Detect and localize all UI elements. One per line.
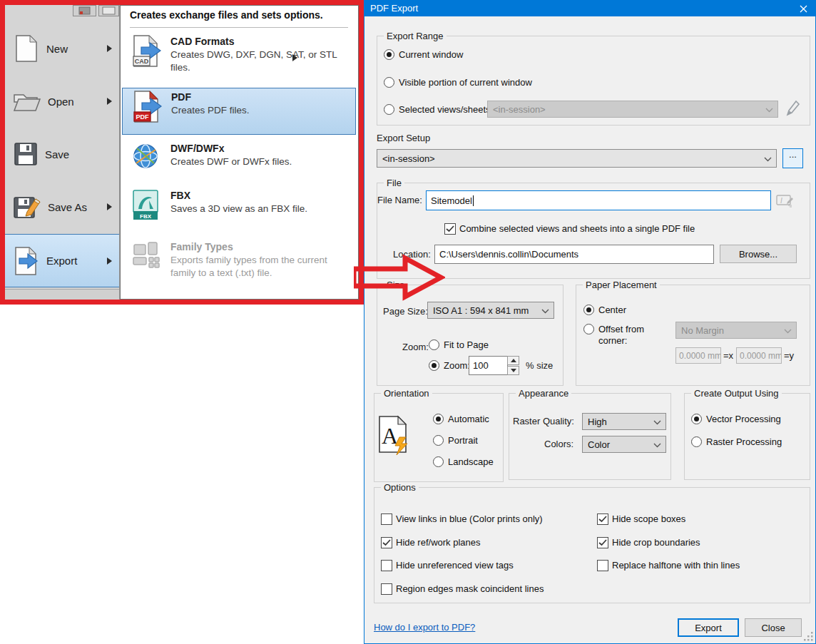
checkbox-icon [597,560,608,571]
menu-item-export[interactable]: Export [5,234,119,287]
submenu-item-title: CAD Formats [170,36,342,47]
submenu-item-pdf[interactable]: PDF PDF Creates PDF files. [122,88,356,135]
menu-item-open[interactable]: Open [5,76,119,127]
radio-icon [429,360,439,371]
resize-grip-icon[interactable] [804,632,813,641]
svg-text:CAD: CAD [135,58,149,65]
dialog-body: Export Range Current window Visible port… [364,16,815,643]
submenu-item-title: FBX [170,190,342,201]
pdf-export-dialog: PDF Export Export Range Current window V… [364,0,816,644]
toolbar-button-partial-1[interactable] [73,5,96,16]
family-types-icon [122,238,170,284]
radio-raster-processing[interactable]: Raster Processing [691,436,782,448]
checkbox-hide-unreferenced-view-tags[interactable]: Hide unreferenced view tags [381,560,514,571]
colors-dropdown[interactable]: Color [582,436,666,453]
menu-item-label: Open [48,96,74,108]
submenu-item-fbx[interactable]: FBX FBX Saves a 3D view as an FBX file. [122,187,356,228]
radio-icon [384,49,394,60]
radio-center[interactable]: Center [583,305,626,316]
radio-automatic[interactable]: Automatic [433,414,489,425]
checkbox-hide-scope-boxes[interactable]: Hide scope boxes [597,513,685,525]
checkbox-icon [597,537,608,548]
radio-icon [429,339,439,350]
export-setup-more-button[interactable]: ... [782,148,803,168]
views-sheets-dropdown: <in-session> [487,101,778,118]
create-output-label: Create Output Using [691,388,782,399]
export-button[interactable]: Export [678,618,739,637]
page-size-label: Page Size: [383,306,428,317]
submenu-item-cad-formats[interactable]: CAD CAD Formats Creates DWG, DXF, DGN, S… [122,33,356,84]
checkbox-hide-crop-boundaries[interactable]: Hide crop boundaries [597,537,700,548]
toolbar-button-partial-2[interactable] [98,5,119,16]
submenu-item-desc: Exports family types from the current fa… [170,254,342,280]
submenu-item-desc: Saves a 3D view as an FBX file. [170,203,342,215]
offset-x-input: 0.0000 mm [675,347,721,364]
radio-selected-views[interactable]: Selected views/sheets [384,104,491,116]
radio-icon [583,324,594,334]
radio-icon [691,414,702,424]
checkbox-icon [597,513,608,525]
location-input[interactable]: C:\Users\dennis.collin\Documents [434,245,714,264]
radio-current-window[interactable]: Current window [384,49,463,61]
file-name-input[interactable]: Sitemodel [426,190,771,210]
submenu-item-title: DWF/DWFx [170,143,342,154]
zoom-percent-input[interactable]: 100 [469,356,508,375]
colors-label: Colors: [544,439,573,449]
new-document-icon [13,34,40,63]
zoom-label: Zoom: [402,342,429,352]
submenu-item-dwf[interactable]: DWF/DWFx Creates DWF or DWFx files. [122,140,356,178]
radio-zoom[interactable]: Zoom: [429,360,470,372]
spinner-up-icon[interactable] [507,356,519,365]
radio-vector-processing[interactable]: Vector Processing [691,414,781,425]
close-button[interactable]: Close [745,618,802,637]
checkbox-icon [444,223,456,235]
offset-y-suffix: =y [784,350,794,361]
chevron-down-icon [653,443,661,448]
radio-icon [583,305,594,315]
menu-item-new[interactable]: New [5,23,119,74]
radio-offset-from-corner[interactable]: Offset from corner: [583,324,662,347]
export-range-label: Export Range [384,31,447,41]
checkbox-icon [381,583,392,595]
checkbox-replace-halftone[interactable]: Replace halftone with thin lines [597,560,740,571]
submenu-arrow-icon [292,54,297,61]
page-size-dropdown[interactable]: ISO A1 : 594 x 841 mm [427,302,554,319]
size-group-label: Size [384,280,407,290]
menu-item-label: Save As [48,201,87,213]
radio-fit-to-page[interactable]: Fit to Page [429,339,489,351]
export-submenu: Creates exchange files and sets options.… [120,5,359,300]
application-menu: New Open Save Save As [5,5,359,300]
dwf-globe-icon [122,140,170,178]
combine-pdf-checkbox[interactable]: Combine selected views and sheets into a… [444,223,695,235]
close-icon[interactable] [791,1,815,16]
menu-item-label: Save [45,148,69,160]
help-link[interactable]: How do I export to PDF? [374,622,475,633]
submenu-arrow-icon [107,257,112,265]
open-folder-icon [13,89,41,113]
checkbox-view-links-blue[interactable]: View links in blue (Color prints only) [381,513,543,525]
edit-selection-icon[interactable] [784,99,801,121]
browse-button[interactable]: Browse... [720,245,797,263]
radio-visible-portion[interactable]: Visible portion of current window [384,77,532,88]
pdf-icon: PDF [123,88,171,134]
export-setup-label: Export Setup [377,133,430,143]
export-setup-dropdown[interactable]: <in-session> [377,149,777,168]
radio-portrait[interactable]: Portrait [433,435,478,446]
dialog-titlebar[interactable]: PDF Export [364,1,815,16]
menu-item-save[interactable]: Save [5,128,119,180]
separator [130,27,348,28]
margin-dropdown: No Margin [675,322,797,339]
menu-item-save-as[interactable]: Save As [5,181,119,232]
radio-landscape[interactable]: Landscape [433,456,494,468]
file-naming-icon[interactable]: I [776,192,795,212]
spinner-down-icon[interactable] [507,366,519,375]
paper-placement-label: Paper Placement [583,280,660,290]
submenu-item-desc: Creates DWF or DWFx files. [170,155,342,168]
checkbox-hide-ref-work-planes[interactable]: Hide ref/work planes [381,537,481,548]
chevron-down-icon [784,329,792,334]
app-menu-column: New Open Save Save As [5,5,120,300]
options-label: Options [381,482,419,493]
checkbox-region-edges-mask[interactable]: Region edges mask coincident lines [381,583,544,595]
checkbox-icon [381,513,392,525]
raster-quality-dropdown[interactable]: High [582,413,666,430]
